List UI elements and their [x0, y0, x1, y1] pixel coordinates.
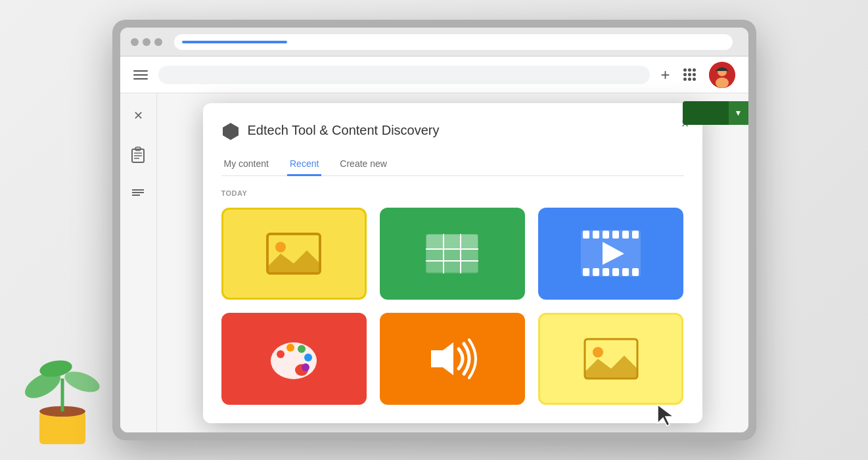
plant-decoration — [20, 326, 105, 447]
address-bar[interactable] — [174, 34, 733, 50]
modal-title: Edtech Tool & Content Discovery — [248, 123, 440, 138]
modal-dialog: Edtech Tool & Content Discovery × My con… — [203, 103, 702, 423]
svg-point-19 — [275, 242, 286, 252]
svg-rect-35 — [583, 231, 589, 239]
svg-rect-46 — [632, 268, 639, 276]
content-card-paint[interactable] — [221, 313, 367, 405]
browser-content: ✕ — [120, 93, 748, 432]
svg-rect-31 — [426, 262, 443, 272]
grid-dot — [683, 68, 687, 72]
screen-bezel: + — [120, 28, 748, 432]
tab-recent[interactable]: Recent — [287, 153, 321, 176]
svg-rect-30 — [461, 250, 478, 260]
svg-rect-38 — [612, 231, 619, 239]
image-icon — [264, 231, 323, 277]
hamburger-line-1 — [133, 70, 148, 72]
tab-my-content[interactable]: My content — [221, 153, 271, 176]
svg-point-57 — [593, 347, 603, 357]
content-card-audio[interactable] — [380, 313, 525, 405]
grid-dot — [683, 73, 687, 76]
svg-rect-43 — [603, 268, 609, 276]
add-button[interactable]: + — [660, 66, 670, 84]
apps-grid-button[interactable] — [683, 68, 696, 81]
grid-dot — [683, 78, 687, 81]
svg-marker-55 — [431, 342, 453, 375]
svg-rect-28 — [426, 250, 443, 260]
image-icon-2 — [582, 336, 641, 382]
hamburger-line-2 — [133, 74, 148, 76]
user-avatar[interactable] — [709, 62, 735, 88]
grid-dot — [693, 68, 696, 72]
svg-rect-45 — [622, 268, 629, 276]
audio-icon — [424, 336, 480, 382]
content-card-image1[interactable] — [221, 208, 367, 300]
page-content: ▼ Edtech Tool & Co — [157, 93, 748, 432]
grid-dot — [693, 73, 696, 76]
modal-overlay: Edtech Tool & Content Discovery × My con… — [157, 93, 748, 432]
svg-rect-44 — [612, 268, 619, 276]
address-fill — [182, 41, 287, 43]
close-sidebar-button[interactable]: ✕ — [126, 104, 150, 127]
grid-dot — [688, 68, 691, 72]
text-icon[interactable] — [126, 183, 150, 206]
svg-rect-41 — [583, 268, 589, 276]
svg-rect-40 — [632, 231, 639, 239]
grid-dot — [688, 78, 691, 81]
svg-rect-26 — [444, 235, 460, 248]
section-label: TODAY — [221, 189, 684, 197]
svg-rect-32 — [444, 262, 460, 272]
browser-window: + — [120, 28, 748, 432]
svg-rect-37 — [603, 231, 609, 239]
browser-toolbar: + — [120, 57, 748, 93]
hamburger-line-3 — [133, 78, 148, 80]
svg-point-52 — [298, 345, 306, 353]
toolbar-actions: + — [660, 62, 735, 88]
laptop: + — [112, 20, 756, 440]
green-dropdown-button[interactable]: ▼ — [729, 101, 748, 125]
svg-marker-58 — [658, 405, 674, 426]
close-button[interactable] — [131, 38, 139, 46]
modal-app-icon — [221, 122, 240, 140]
grid-dot — [688, 73, 691, 76]
content-card-spreadsheet[interactable] — [380, 208, 525, 300]
svg-rect-42 — [593, 268, 599, 276]
svg-point-53 — [304, 354, 312, 361]
clipboard-icon[interactable] — [126, 143, 150, 167]
svg-point-50 — [277, 350, 285, 358]
spreadsheet-icon — [423, 231, 482, 277]
svg-rect-29 — [444, 250, 460, 260]
svg-point-54 — [302, 363, 309, 371]
browser-titlebar — [120, 28, 748, 57]
cursor-indicator — [656, 403, 676, 430]
svg-rect-39 — [622, 231, 629, 239]
content-grid — [221, 208, 684, 405]
grid-dot — [693, 78, 696, 81]
maximize-button[interactable] — [154, 38, 162, 46]
svg-rect-36 — [593, 231, 599, 239]
sidebar: ✕ — [120, 93, 157, 432]
content-card-video[interactable] — [538, 208, 683, 300]
minimize-button[interactable] — [143, 38, 150, 46]
svg-marker-17 — [223, 123, 239, 140]
paint-icon — [267, 336, 320, 382]
content-card-image2[interactable] — [538, 313, 683, 405]
svg-rect-25 — [426, 235, 443, 248]
svg-rect-27 — [461, 235, 478, 248]
svg-rect-33 — [461, 262, 478, 272]
modal-header: Edtech Tool & Content Discovery × — [221, 122, 684, 140]
video-icon — [580, 229, 642, 278]
modal-tabs: My content Recent Create new — [221, 153, 684, 176]
svg-point-51 — [286, 344, 294, 352]
traffic-lights — [131, 38, 162, 46]
green-action-button[interactable] — [683, 101, 729, 125]
hamburger-menu[interactable] — [133, 70, 148, 80]
svg-point-8 — [716, 78, 729, 88]
scene: + — [0, 0, 868, 460]
tab-create-new[interactable]: Create new — [337, 153, 390, 176]
